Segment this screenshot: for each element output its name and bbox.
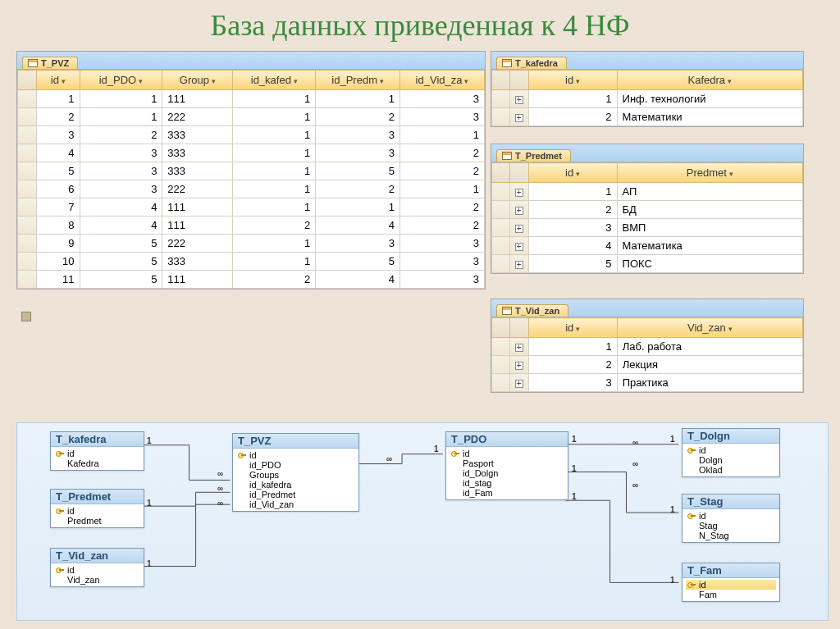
cell[interactable]: 2 [80,126,162,144]
expand-icon[interactable]: + [515,380,523,388]
dropdown-icon[interactable]: ▾ [727,170,733,178]
cell[interactable]: 333 [162,162,233,180]
dropdown-icon[interactable]: ▾ [291,77,298,85]
cell[interactable]: 333 [162,144,233,162]
schema-table[interactable]: T_PDOidPasportid_Dolgnid_stagid_Fam [445,431,568,500]
select-all-corner[interactable] [492,163,510,183]
schema-table-title[interactable]: T_kafedra [51,432,144,447]
schema-field[interactable]: id_kafedra [236,480,355,490]
cell[interactable]: 3 [316,126,400,144]
schema-field[interactable]: id [54,506,140,516]
cell[interactable]: 1 [528,90,617,108]
cell[interactable]: 1 [316,198,400,217]
row-selector[interactable] [18,271,37,289]
row-selector[interactable] [492,219,510,237]
schema-field[interactable]: id [54,449,140,458]
select-all-corner[interactable] [18,71,37,90]
cell[interactable]: 4 [316,271,400,289]
cell[interactable]: 2 [528,108,617,126]
dropdown-icon[interactable]: ▾ [726,325,733,333]
expand-icon[interactable]: + [515,114,523,122]
cell[interactable]: 3 [316,235,400,253]
row-selector[interactable] [18,162,37,180]
cell[interactable]: 11 [37,271,80,289]
cell[interactable]: АП [617,183,802,201]
cell[interactable]: 222 [162,180,233,198]
table-tab[interactable]: T_Predmet [496,149,571,162]
cell[interactable]: 2 [400,162,485,180]
row-selector[interactable] [492,90,510,108]
schema-field[interactable]: Groups [236,470,355,480]
expand-icon[interactable]: + [515,189,523,197]
expand-icon[interactable]: + [515,243,523,251]
cell[interactable]: БД [617,201,802,219]
table-row[interactable]: 105333153 [18,253,485,271]
dropdown-icon[interactable]: ▾ [725,77,732,85]
cell[interactable]: 4 [316,217,400,235]
column-header[interactable]: id_Predm▾ [316,71,400,90]
column-header[interactable]: Vid_zan▾ [617,318,802,338]
row-selector[interactable] [18,217,37,235]
schema-field[interactable]: Fam [686,590,776,599]
cell[interactable]: Математики [617,108,802,126]
column-header[interactable]: Group▾ [162,71,233,90]
row-selector[interactable] [492,356,510,374]
cell[interactable]: 4 [80,198,162,217]
column-header[interactable]: id▾ [528,71,617,90]
table-row[interactable]: +3ВМП [492,219,803,237]
cell[interactable]: 1 [233,90,316,108]
schema-field[interactable]: id [686,445,776,455]
cell[interactable]: 1 [80,90,162,108]
schema-table-title[interactable]: T_Predmet [51,490,144,504]
cell[interactable]: 5 [528,255,617,273]
table-row[interactable]: 95222133 [18,235,485,253]
row-selector[interactable] [492,255,510,273]
table-tab[interactable]: T_PVZ [22,57,78,69]
schema-field[interactable]: id [686,580,776,590]
cell[interactable]: 2 [233,217,316,235]
cell[interactable]: 10 [37,253,80,271]
cell[interactable]: 1 [233,198,316,217]
row-selector[interactable] [18,90,37,108]
cell[interactable]: 5 [316,162,400,180]
cell[interactable]: 5 [80,253,162,271]
cell[interactable]: 2 [316,180,400,198]
schema-field[interactable]: Oklad [686,465,776,475]
schema-table[interactable]: T_PredmetidPredmet [50,489,144,528]
row-selector[interactable] [18,180,37,198]
cell[interactable]: 1 [233,144,316,162]
select-all-corner[interactable] [492,71,510,90]
schema-field[interactable]: Dolgn [686,455,776,465]
cell[interactable]: Практика [617,374,802,392]
row-selector[interactable] [492,338,510,356]
schema-field[interactable]: Kafedra [54,458,140,468]
dropdown-icon[interactable]: ▾ [209,77,216,85]
cell[interactable]: 1 [528,338,617,356]
cell[interactable]: 333 [162,126,233,144]
dropdown-icon[interactable]: ▾ [377,77,384,85]
table-row[interactable]: +2Лекция [492,356,803,374]
cell[interactable]: 333 [162,253,233,271]
column-header[interactable]: id_kafed▾ [233,71,316,90]
schema-field[interactable]: id [450,449,564,458]
cell[interactable]: 3 [80,144,162,162]
dropdown-icon[interactable]: ▾ [573,325,580,333]
cell[interactable]: 3 [400,108,485,126]
row-selector[interactable] [492,201,510,219]
cell[interactable]: 3 [528,219,617,237]
cell[interactable]: 7 [37,198,80,217]
expand-icon[interactable]: + [515,362,523,370]
schema-table[interactable]: T_DolgnidDolgnOklad [682,428,780,477]
table-row[interactable]: +2БД [492,201,803,219]
cell[interactable]: 6 [37,180,80,198]
schema-table[interactable]: T_FamidFam [682,563,780,602]
schema-field[interactable]: Vid_zan [54,575,140,585]
cell[interactable]: 5 [37,162,80,180]
cell[interactable]: Математика [617,237,802,255]
table-row[interactable]: 43333132 [18,144,485,162]
table-row[interactable]: 21222123 [18,108,485,126]
cell[interactable]: 1 [37,90,80,108]
expand-icon[interactable]: + [515,225,523,233]
row-selector[interactable] [492,237,510,255]
table-row[interactable]: +5ПОКС [492,255,803,273]
